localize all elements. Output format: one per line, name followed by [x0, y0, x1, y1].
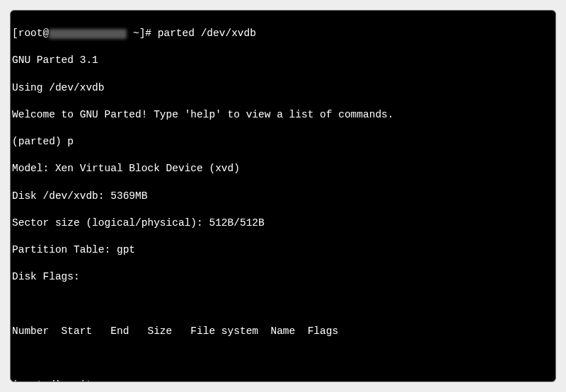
shell-prompt-line: [root@ ~]# parted /dev/xvdb [12, 27, 554, 40]
prompt-marker: # [145, 28, 151, 39]
typed-command: parted /dev/xvdb [158, 28, 256, 39]
sector-size: Sector size (logical/physical): 512B/512… [12, 217, 554, 230]
disk-flags: Disk Flags: [12, 270, 554, 284]
parted-welcome: Welcome to GNU Parted! Type 'help' to vi… [12, 108, 554, 122]
hostname-redacted [49, 29, 127, 40]
parted-using: Using /dev/xvdb [12, 81, 554, 95]
parted-cmd-print: (parted) p [12, 135, 554, 149]
window-frame: [root@ ~]# parted /dev/xvdb GNU Parted 3… [0, 0, 566, 392]
terminal-output[interactable]: [root@ ~]# parted /dev/xvdb GNU Parted 3… [10, 10, 556, 382]
parted-cmd-unit: (parted) unit s [12, 379, 554, 382]
prompt-user: root [18, 28, 43, 39]
partition-header-empty: Number Start End Size File system Name F… [12, 325, 554, 338]
disk-model: Model: Xen Virtual Block Device (xvd) [12, 162, 554, 175]
blank-line [12, 352, 554, 365]
parted-version: GNU Parted 3.1 [12, 54, 554, 67]
partition-table-type: Partition Table: gpt [12, 243, 554, 257]
blank-line [12, 298, 554, 311]
disk-size: Disk /dev/xvdb: 5369MB [12, 190, 554, 203]
prompt-cwd: ~ [133, 28, 139, 39]
